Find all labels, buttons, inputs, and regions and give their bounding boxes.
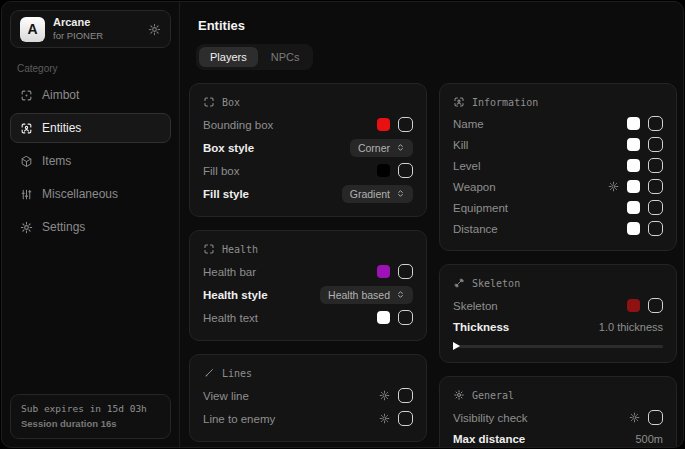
category-label: Category bbox=[17, 63, 164, 74]
sidebar-item-settings[interactable]: Settings bbox=[10, 212, 171, 242]
kill-color-swatch[interactable] bbox=[627, 138, 640, 151]
lines-card: Lines View line bbox=[189, 354, 427, 442]
brand-text: Arcane for PIONER bbox=[53, 16, 103, 42]
box-card-title: Box bbox=[222, 97, 240, 108]
visibility-check-label: Visibility check bbox=[453, 412, 528, 424]
health-text-row: Health text bbox=[203, 306, 413, 329]
fill-box-row: Fill box bbox=[203, 159, 413, 182]
bounding-box-color-swatch[interactable] bbox=[377, 118, 390, 131]
weapon-color-swatch[interactable] bbox=[627, 180, 640, 193]
weapon-checkbox[interactable] bbox=[648, 179, 663, 194]
fill-box-label: Fill box bbox=[203, 165, 239, 177]
general-card: General Visibility check bbox=[439, 376, 677, 448]
distance-color-swatch[interactable] bbox=[627, 222, 640, 235]
visibility-check-checkbox[interactable] bbox=[648, 410, 663, 425]
gear-icon bbox=[379, 413, 390, 424]
distance-label: Distance bbox=[453, 223, 498, 235]
max-distance-value: 500m bbox=[635, 433, 663, 445]
health-card-title: Health bbox=[222, 244, 258, 255]
health-text-color-swatch[interactable] bbox=[377, 311, 390, 324]
name-row: Name bbox=[453, 113, 663, 134]
health-style-dropdown[interactable]: Health based bbox=[320, 286, 413, 304]
level-checkbox[interactable] bbox=[648, 158, 663, 173]
name-label: Name bbox=[453, 118, 484, 130]
view-line-settings-button[interactable] bbox=[379, 390, 390, 401]
equipment-color-swatch[interactable] bbox=[627, 201, 640, 214]
name-checkbox[interactable] bbox=[648, 116, 663, 131]
lines-card-header: Lines bbox=[203, 364, 413, 384]
fill-box-checkbox[interactable] bbox=[398, 163, 413, 178]
level-color-swatch[interactable] bbox=[627, 159, 640, 172]
package-icon bbox=[20, 155, 33, 168]
box-style-label: Box style bbox=[203, 142, 254, 154]
view-line-row: View line bbox=[203, 384, 413, 407]
bone-icon bbox=[453, 277, 465, 289]
chevrons-up-down-icon bbox=[396, 143, 405, 152]
health-card: Health Health bar Health style H bbox=[189, 230, 427, 341]
line-to-enemy-settings-button[interactable] bbox=[379, 413, 390, 424]
tab-players[interactable]: Players bbox=[199, 47, 258, 67]
visibility-check-settings-button[interactable] bbox=[629, 412, 640, 423]
information-card: Information Name Kill bbox=[439, 83, 677, 251]
tab-npcs[interactable]: NPCs bbox=[260, 47, 311, 67]
line-to-enemy-checkbox[interactable] bbox=[398, 411, 413, 426]
bounding-box-checkbox[interactable] bbox=[398, 117, 413, 132]
skeleton-checkbox[interactable] bbox=[648, 298, 663, 313]
app-logo: A bbox=[20, 17, 45, 42]
equipment-checkbox[interactable] bbox=[648, 200, 663, 215]
health-style-label: Health style bbox=[203, 289, 268, 301]
sidebar-item-entities[interactable]: Entities bbox=[10, 113, 171, 143]
sidebar-item-label: Aimbot bbox=[42, 88, 79, 102]
gear-icon bbox=[608, 181, 619, 192]
skeleton-label: Skeleton bbox=[453, 300, 498, 312]
health-bar-checkbox[interactable] bbox=[398, 264, 413, 279]
sidebar-item-miscellaneous[interactable]: Miscellaneous bbox=[10, 179, 171, 209]
subscription-card: Sub expires in 15d 03h Session duration … bbox=[10, 394, 171, 439]
skeleton-card: Skeleton Skeleton Thickness 1.0 thicknes… bbox=[439, 264, 677, 363]
box-style-dropdown[interactable]: Corner bbox=[350, 139, 413, 157]
fill-box-color-swatch[interactable] bbox=[377, 164, 390, 177]
sliders-icon bbox=[20, 188, 33, 201]
health-bar-color-swatch[interactable] bbox=[377, 265, 390, 278]
gear-icon bbox=[379, 390, 390, 401]
equipment-row: Equipment bbox=[453, 197, 663, 218]
brand-card: A Arcane for PIONER bbox=[10, 10, 171, 48]
fill-style-label: Fill style bbox=[203, 188, 249, 200]
weapon-label: Weapon bbox=[453, 181, 496, 193]
app-name: Arcane bbox=[53, 16, 103, 30]
box-card-header: Box bbox=[203, 93, 413, 113]
information-card-title: Information bbox=[472, 97, 538, 108]
line-to-enemy-row: Line to enemy bbox=[203, 407, 413, 430]
app-subtitle: for PIONER bbox=[53, 30, 103, 42]
entity-scan-icon bbox=[20, 122, 33, 135]
visibility-check-row: Visibility check bbox=[453, 406, 663, 429]
weapon-settings-button[interactable] bbox=[608, 181, 619, 192]
skeleton-color-swatch[interactable] bbox=[627, 299, 640, 312]
kill-checkbox[interactable] bbox=[648, 137, 663, 152]
view-line-checkbox[interactable] bbox=[398, 388, 413, 403]
health-text-checkbox[interactable] bbox=[398, 310, 413, 325]
kill-label: Kill bbox=[453, 139, 468, 151]
sidebar-item-label: Miscellaneous bbox=[42, 187, 118, 201]
thickness-slider[interactable] bbox=[453, 341, 663, 351]
sidebar-item-label: Items bbox=[42, 154, 71, 168]
health-bar-row: Health bar bbox=[203, 260, 413, 283]
bounding-box-row: Bounding box bbox=[203, 113, 413, 136]
skeleton-card-title: Skeleton bbox=[472, 278, 520, 289]
distance-checkbox[interactable] bbox=[648, 221, 663, 236]
fill-style-value: Gradient bbox=[350, 188, 390, 200]
sidebar-settings-button[interactable] bbox=[148, 23, 161, 36]
sidebar-item-items[interactable]: Items bbox=[10, 146, 171, 176]
equipment-label: Equipment bbox=[453, 202, 508, 214]
sidebar-item-label: Entities bbox=[42, 121, 81, 135]
bounding-box-label: Bounding box bbox=[203, 119, 273, 131]
fill-style-dropdown[interactable]: Gradient bbox=[342, 185, 413, 203]
slider-thumb[interactable] bbox=[453, 342, 460, 350]
view-line-label: View line bbox=[203, 390, 249, 402]
box-style-value: Corner bbox=[358, 142, 390, 154]
health-bar-label: Health bar bbox=[203, 266, 256, 278]
name-color-swatch[interactable] bbox=[627, 117, 640, 130]
sidebar-item-aimbot[interactable]: Aimbot bbox=[10, 80, 171, 110]
left-column: Box Bounding box Box style Corne bbox=[189, 83, 427, 448]
scan-box-icon bbox=[203, 243, 215, 255]
